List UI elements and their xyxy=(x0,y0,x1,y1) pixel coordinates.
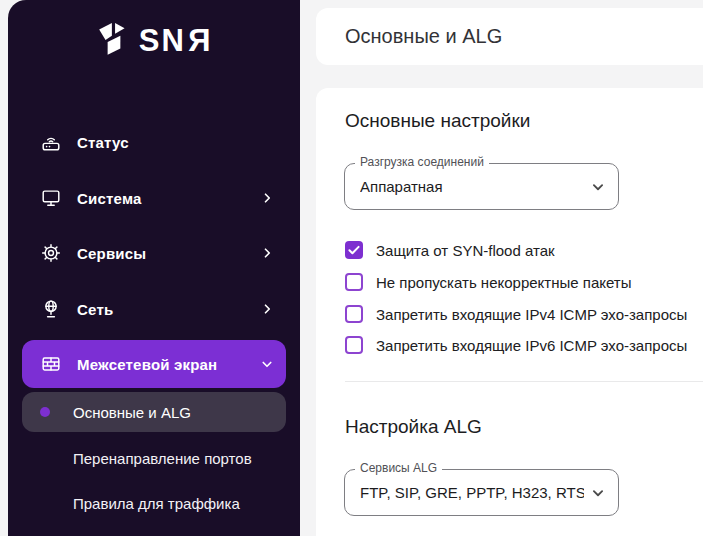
basic-settings-heading: Основные настройки xyxy=(345,109,530,133)
chevron-down-icon xyxy=(258,355,276,373)
alg-services-select[interactable]: Сервисы ALG FTP, SIP, GRE, PPTP, H323, R… xyxy=(344,469,619,516)
checkbox-box[interactable] xyxy=(345,241,363,259)
section-divider xyxy=(345,381,703,382)
page-title: Основные и ALG xyxy=(345,25,502,48)
checkbox-box[interactable] xyxy=(345,273,363,291)
gear-icon xyxy=(40,242,62,264)
page-header: Основные и ALG xyxy=(316,8,703,65)
sidebar: SNR Статус Система xyxy=(8,0,300,536)
monitor-icon xyxy=(40,187,62,209)
select-value: Аппаратная xyxy=(360,164,584,209)
sidebar-subitem-label: Правила для траффика xyxy=(73,495,240,512)
sidebar-subitem-label: Перенаправление портов xyxy=(73,450,252,467)
checkmark-icon xyxy=(345,241,363,259)
sidebar-item-label: Статус xyxy=(77,134,276,151)
checkbox-syn-flood[interactable]: Защита от SYN-flood атак xyxy=(345,240,555,260)
sidebar-subitem-port-forwarding[interactable]: Перенаправление портов xyxy=(22,438,286,478)
settings-panel: Основные настройки Разгрузка соединений … xyxy=(316,88,703,536)
sidebar-item-label: Сеть xyxy=(77,301,258,318)
sidebar-item-system[interactable]: Система xyxy=(22,178,286,218)
checkbox-label: Защита от SYN-flood атак xyxy=(376,242,555,259)
sidebar-subitem-traffic-rules[interactable]: Правила для траффика xyxy=(22,483,286,523)
chevron-right-icon xyxy=(258,189,276,207)
sidebar-item-label: Сервисы xyxy=(77,245,258,262)
chevron-down-icon xyxy=(589,484,607,502)
alg-settings-heading: Настройка ALG xyxy=(345,415,482,439)
checkbox-label: Запретить входящие IPv4 ICMP эхо-запросы xyxy=(376,306,687,323)
chevron-right-icon xyxy=(258,300,276,318)
checkbox-block-ipv6-icmp[interactable]: Запретить входящие IPv6 ICMP эхо-запросы xyxy=(345,335,687,355)
sidebar-item-label: Межсетевой экран xyxy=(77,356,258,373)
checkbox-drop-invalid-packets[interactable]: Не пропускать некорректные пакеты xyxy=(345,272,631,292)
sidebar-subitem-label: Основные и ALG xyxy=(73,404,191,421)
chevron-right-icon xyxy=(258,244,276,262)
checkbox-box[interactable] xyxy=(345,305,363,323)
router-icon xyxy=(40,131,62,153)
sidebar-item-services[interactable]: Сервисы xyxy=(22,233,286,273)
snr-logo-text: SNR xyxy=(139,25,210,56)
connection-offload-select[interactable]: Разгрузка соединений Аппаратная xyxy=(344,163,619,210)
snr-logo: SNR xyxy=(8,22,300,58)
active-dot-icon xyxy=(40,407,50,417)
checkbox-box[interactable] xyxy=(345,336,363,354)
checkbox-label: Запретить входящие IPv6 ICMP эхо-запросы xyxy=(376,337,687,354)
checkbox-block-ipv4-icmp[interactable]: Запретить входящие IPv4 ICMP эхо-запросы xyxy=(345,304,687,324)
sidebar-subitem-basic-alg[interactable]: Основные и ALG xyxy=(22,392,286,432)
snr-logo-mark-icon xyxy=(98,22,130,58)
globe-icon xyxy=(40,298,62,320)
firewall-icon xyxy=(40,353,62,375)
chevron-down-icon xyxy=(589,178,607,196)
sidebar-item-status[interactable]: Статус xyxy=(22,122,286,162)
sidebar-item-network[interactable]: Сеть xyxy=(22,289,286,329)
checkbox-label: Не пропускать некорректные пакеты xyxy=(376,274,631,291)
select-value: FTP, SIP, GRE, PPTP, H323, RTS... xyxy=(360,470,584,515)
sidebar-item-label: Система xyxy=(77,190,258,207)
sidebar-item-firewall[interactable]: Межсетевой экран xyxy=(22,340,286,388)
